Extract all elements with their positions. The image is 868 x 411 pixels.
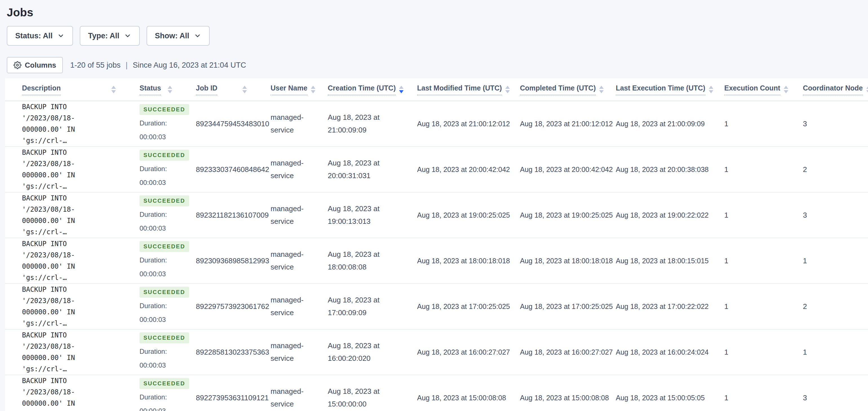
sort-arrow-up [505, 86, 510, 89]
creation-time: Aug 18, 2023 at 19:00:13:013 [328, 202, 400, 228]
column-header-creation-time[interactable]: Creation Time (UTC) [311, 78, 400, 101]
status-badge: SUCCEEDED [140, 150, 189, 161]
completed-time: Aug 18, 2023 at 16:00:27:027 [520, 348, 599, 356]
jobs-since-text: Since Aug 16, 2023 at 21:04 UTC [133, 61, 246, 70]
sort-icon[interactable] [784, 86, 788, 93]
job-description: BACKUP INTO '/2023/08/18- 000000.00' IN … [22, 375, 123, 411]
filters-row: Status: All Type: All Show: All [7, 26, 868, 46]
coordinator-node: 1 [803, 348, 868, 357]
user-name: managed- service [271, 157, 311, 182]
duration-value: 00:00:03 [140, 404, 179, 411]
job-id-cell: 892297573923061762 [179, 284, 254, 329]
sort-icon[interactable] [505, 86, 510, 93]
sort-icon[interactable] [399, 86, 404, 93]
description-cell: BACKUP INTO '/2023/08/18- 000000.00' IN … [5, 375, 123, 411]
columns-button[interactable]: Columns [7, 57, 63, 73]
last-modified-time-cell: Aug 18, 2023 at 16:00:27:027 [400, 329, 503, 375]
execution-count: 1 [724, 165, 786, 174]
sort-arrow-up [168, 86, 172, 89]
column-header-description[interactable]: Description [5, 78, 123, 101]
sort-arrow-up [866, 86, 868, 89]
column-header-job-id[interactable]: Job ID [179, 78, 254, 101]
column-header-user-name[interactable]: User Name [254, 78, 311, 101]
creation-time: Aug 18, 2023 at 20:00:31:031 [328, 157, 400, 182]
column-header-status[interactable]: Status [123, 78, 179, 101]
sort-icon[interactable] [168, 86, 172, 93]
type-filter-label: Type: All [88, 32, 120, 40]
status-badge: SUCCEEDED [140, 378, 189, 389]
last-execution-time-cell: Aug 18, 2023 at 20:00:38:038 [599, 147, 707, 192]
user-name: managed- service [271, 294, 311, 319]
sort-icon[interactable] [311, 86, 315, 93]
job-id: 892333037460848642 [196, 165, 254, 174]
duration-label: Duration: [140, 207, 179, 221]
completed-time-cell: Aug 18, 2023 at 19:00:25:025 [503, 192, 599, 238]
description-cell: BACKUP INTO '/2023/08/18- 000000.00' IN … [5, 101, 123, 147]
job-id-cell: 892333037460848642 [179, 147, 254, 192]
column-header-label: Last Modified Time (UTC) [417, 84, 502, 95]
execution-count: 1 [724, 393, 786, 402]
completed-time: Aug 18, 2023 at 17:00:25:025 [520, 302, 599, 311]
creation-time-cell: Aug 18, 2023 at 20:00:31:031 [311, 147, 400, 192]
type-filter-dropdown[interactable]: Type: All [80, 26, 140, 46]
column-header-execution-count[interactable]: Execution Count [707, 78, 786, 101]
status-cell: SUCCEEDEDDuration:00:00:03 [123, 284, 179, 329]
coordinator-node-cell: 1 [786, 238, 868, 284]
show-filter-dropdown[interactable]: Show: All [147, 26, 210, 46]
sort-icon[interactable] [111, 86, 116, 93]
last-modified-time: Aug 18, 2023 at 20:00:42:042 [417, 166, 503, 174]
status-cell: SUCCEEDEDDuration:00:00:03 [123, 238, 179, 284]
column-header-label: User Name [271, 84, 307, 95]
sort-arrow-up [784, 86, 788, 89]
status-filter-dropdown[interactable]: Status: All [7, 26, 73, 46]
column-header-completed-time[interactable]: Completed Time (UTC) [503, 78, 599, 101]
completed-time: Aug 18, 2023 at 21:00:12:012 [520, 120, 599, 128]
page-header: Jobs Status: All Type: All Show: All Col… [0, 0, 868, 73]
last-modified-time-cell: Aug 18, 2023 at 19:00:25:025 [400, 192, 503, 238]
job-id: 892344759453483010 [196, 119, 254, 128]
status-cell: SUCCEEDEDDuration:00:00:03 [123, 329, 179, 375]
sort-icon[interactable] [242, 86, 247, 93]
duration-label: Duration: [140, 345, 179, 358]
sort-arrow-down [168, 90, 172, 93]
last-execution-time: Aug 18, 2023 at 21:00:09:09 [616, 120, 707, 128]
table-header-row: DescriptionStatusJob IDUser NameCreation… [5, 78, 868, 101]
last-execution-time-cell: Aug 18, 2023 at 19:00:22:022 [599, 192, 707, 238]
sort-icon[interactable] [866, 86, 868, 93]
sort-arrow-down [709, 90, 713, 93]
last-modified-time: Aug 18, 2023 at 16:00:27:027 [417, 348, 503, 356]
completed-time: Aug 18, 2023 at 15:00:08:08 [520, 394, 599, 402]
coordinator-node: 2 [803, 302, 868, 311]
status-badge: SUCCEEDED [140, 332, 189, 343]
column-header-last-modified-time[interactable]: Last Modified Time (UTC) [400, 78, 503, 101]
last-execution-time: Aug 18, 2023 at 15:00:05:05 [616, 394, 707, 402]
column-header-last-execution-time[interactable]: Last Execution Time (UTC) [599, 78, 707, 101]
jobs-table: DescriptionStatusJob IDUser NameCreation… [5, 78, 868, 411]
sort-arrow-up [111, 86, 116, 89]
page-title: Jobs [7, 5, 868, 20]
job-id: 892297573923061762 [196, 302, 254, 311]
sort-icon[interactable] [709, 86, 713, 93]
creation-time: Aug 18, 2023 at 17:00:09:09 [328, 294, 400, 319]
table-row: BACKUP INTO '/2023/08/18- 000000.00' IN … [5, 329, 868, 375]
completed-time-cell: Aug 18, 2023 at 17:00:25:025 [503, 284, 599, 329]
coordinator-node-cell: 2 [786, 147, 868, 192]
jobs-summary: 1-20 of 55 jobs | Since Aug 16, 2023 at … [70, 61, 246, 70]
sort-arrow-down [599, 90, 603, 93]
status-badge: SUCCEEDED [140, 104, 189, 115]
execution-count-cell: 1 [707, 147, 786, 192]
sort-icon[interactable] [599, 86, 603, 93]
jobs-range-text: 1-20 of 55 jobs [70, 61, 121, 70]
user-name: managed- service [271, 340, 311, 365]
table-row: BACKUP INTO '/2023/08/18- 000000.00' IN … [5, 375, 868, 411]
column-header-label: Coordinator Node [803, 84, 863, 95]
sort-arrow-up [242, 86, 247, 89]
sort-arrow-down [505, 90, 510, 93]
column-header-label: Status [140, 84, 161, 95]
user-name-cell: managed- service [254, 375, 311, 411]
column-header-coordinator-node[interactable]: Coordinator Node [786, 78, 868, 101]
creation-time: Aug 18, 2023 at 21:00:09:09 [328, 111, 400, 137]
last-execution-time: Aug 18, 2023 at 20:00:38:038 [616, 166, 707, 174]
sort-arrow-up [311, 86, 315, 89]
completed-time-cell: Aug 18, 2023 at 16:00:27:027 [503, 329, 599, 375]
